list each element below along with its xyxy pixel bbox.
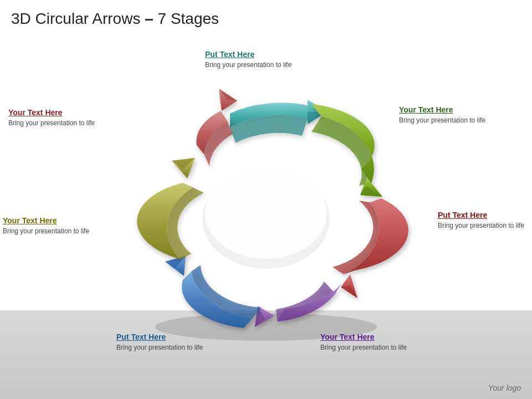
label-left: Your Text HereBring your presentation to… bbox=[3, 216, 91, 236]
label-top: Put Text HereBring your presentation to … bbox=[205, 50, 294, 70]
label-sub-left: Bring your presentation to life bbox=[3, 226, 91, 236]
label-sub-right: Bring your presentation to life bbox=[438, 221, 526, 231]
label-title-top-right[interactable]: Your Text Here bbox=[399, 105, 488, 114]
diagram-container bbox=[111, 44, 421, 355]
label-sub-top: Bring your presentation to life bbox=[205, 60, 294, 70]
label-title-top-left[interactable]: Your Text Here bbox=[8, 108, 97, 117]
label-title-right[interactable]: Put Text Here bbox=[438, 211, 526, 219]
label-sub-top-left: Bring your presentation to life bbox=[8, 118, 97, 128]
label-sub-top-right: Bring your presentation to life bbox=[399, 115, 488, 125]
label-top-left: Your Text HereBring your presentation to… bbox=[8, 108, 97, 128]
label-title-left[interactable]: Your Text Here bbox=[3, 216, 91, 225]
svg-point-16 bbox=[205, 168, 327, 259]
label-top-right: Your Text HereBring your presentation to… bbox=[399, 105, 488, 125]
label-sub-bottom-left: Bring your presentation to life bbox=[116, 342, 205, 352]
label-title-bottom-left[interactable]: Put Text Here bbox=[116, 332, 205, 341]
label-sub-bottom-right: Bring your presentation to life bbox=[320, 342, 409, 352]
label-title-bottom-right[interactable]: Your Text Here bbox=[320, 332, 409, 341]
page-title: 3D Circular Arrows – 7 Stages bbox=[11, 10, 219, 28]
label-title-top[interactable]: Put Text Here bbox=[205, 50, 294, 59]
label-bottom-right: Your Text HereBring your presentation to… bbox=[320, 332, 409, 352]
label-bottom-left: Put Text HereBring your presentation to … bbox=[116, 332, 205, 352]
circular-arrows-svg bbox=[111, 44, 421, 355]
logo: Your logo bbox=[488, 383, 521, 392]
label-right: Put Text HereBring your presentation to … bbox=[438, 211, 526, 231]
